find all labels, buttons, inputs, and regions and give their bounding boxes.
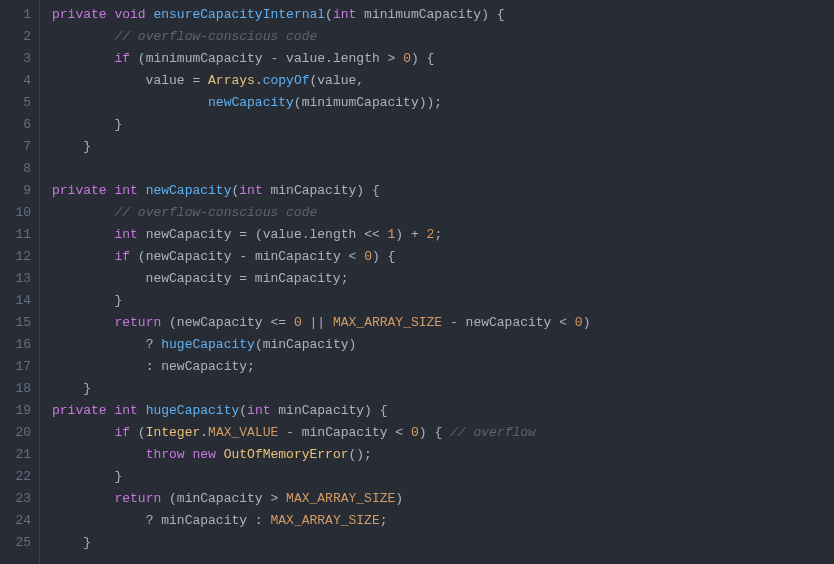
token-plain: minCapacity (177, 491, 271, 506)
code-editor[interactable]: 1234567891011121314151617181920212223242… (0, 0, 834, 564)
token-punc: } (83, 535, 91, 550)
code-line[interactable]: } (52, 290, 834, 312)
token-punc: ; (364, 447, 372, 462)
token-plain: newCapacity (458, 315, 559, 330)
line-number: 19 (12, 400, 31, 422)
line-number: 14 (12, 290, 31, 312)
code-line[interactable]: if (Integer.MAX_VALUE - minCapacity < 0)… (52, 422, 834, 444)
token-op: : (255, 513, 263, 528)
code-line[interactable]: : newCapacity; (52, 356, 834, 378)
code-line[interactable]: int newCapacity = (value.length << 1) + … (52, 224, 834, 246)
token-plain (52, 447, 146, 462)
token-punc: } (83, 139, 91, 154)
code-line[interactable]: } (52, 114, 834, 136)
token-kw: void (114, 7, 145, 22)
token-punc: ( (294, 95, 302, 110)
token-fn: ensureCapacityInternal (153, 7, 325, 22)
code-line[interactable]: return (newCapacity <= 0 || MAX_ARRAY_SI… (52, 312, 834, 334)
token-plain: value (278, 51, 325, 66)
token-plain: value (263, 227, 302, 242)
token-plain: value (317, 73, 356, 88)
token-punc: } (114, 117, 122, 132)
token-plain (52, 29, 114, 44)
token-plain: minCapacity (270, 403, 364, 418)
token-punc: ) (411, 51, 419, 66)
token-kw: if (114, 425, 130, 440)
token-plain (130, 425, 138, 440)
token-plain: minCapacity (247, 249, 348, 264)
code-line[interactable]: } (52, 136, 834, 158)
code-line[interactable]: // overflow-conscious code (52, 26, 834, 48)
token-kw: if (114, 51, 130, 66)
token-plain (52, 249, 114, 264)
token-kw: int (114, 403, 137, 418)
token-fn: newCapacity (208, 95, 294, 110)
line-number: 1 (12, 4, 31, 26)
token-punc: { (497, 7, 505, 22)
token-plain (52, 535, 83, 550)
token-plain (138, 403, 146, 418)
token-const: MAX_ARRAY_SIZE (333, 315, 442, 330)
code-line[interactable]: if (minimumCapacity - value.length > 0) … (52, 48, 834, 70)
token-plain (325, 315, 333, 330)
code-line[interactable]: return (minCapacity > MAX_ARRAY_SIZE) (52, 488, 834, 510)
token-punc: } (114, 293, 122, 308)
code-line[interactable]: private int hugeCapacity(int minCapacity… (52, 400, 834, 422)
token-plain (52, 359, 146, 374)
token-punc: ( (325, 7, 333, 22)
code-line[interactable]: newCapacity = minCapacity; (52, 268, 834, 290)
code-line[interactable]: private void ensureCapacityInternal(int … (52, 4, 834, 26)
token-plain (419, 227, 427, 242)
token-plain (52, 139, 83, 154)
line-number: 5 (12, 92, 31, 114)
code-line[interactable]: throw new OutOfMemoryError(); (52, 444, 834, 466)
token-plain (216, 447, 224, 462)
line-number: 18 (12, 378, 31, 400)
code-line[interactable] (52, 158, 834, 180)
token-kw: return (114, 315, 161, 330)
token-plain (161, 315, 169, 330)
code-line[interactable]: private int newCapacity(int minCapacity)… (52, 180, 834, 202)
code-line[interactable]: } (52, 466, 834, 488)
code-line[interactable]: } (52, 532, 834, 554)
token-plain (380, 249, 388, 264)
token-cmt: // overflow (450, 425, 536, 440)
token-plain (442, 425, 450, 440)
code-line[interactable]: value = Arrays.copyOf(value, (52, 70, 834, 92)
token-kw: if (114, 249, 130, 264)
token-plain: minCapacity (247, 271, 341, 286)
token-punc: ; (341, 271, 349, 286)
code-line[interactable]: } (52, 378, 834, 400)
token-plain: minimumCapacity (146, 51, 271, 66)
token-fn: hugeCapacity (161, 337, 255, 352)
token-fn: copyOf (263, 73, 310, 88)
token-punc: ) (481, 7, 489, 22)
token-punc: ; (434, 95, 442, 110)
line-number: 23 (12, 488, 31, 510)
line-number: 8 (12, 158, 31, 180)
token-punc: { (427, 51, 435, 66)
line-number: 22 (12, 466, 31, 488)
token-op: <= (270, 315, 286, 330)
code-area[interactable]: private void ensureCapacityInternal(int … (40, 0, 834, 564)
code-line[interactable]: // overflow-conscious code (52, 202, 834, 224)
token-plain (372, 403, 380, 418)
code-line[interactable]: ? minCapacity : MAX_ARRAY_SIZE; (52, 510, 834, 532)
token-plain (52, 205, 114, 220)
token-plain (52, 425, 114, 440)
token-plain (278, 425, 286, 440)
token-punc: ) (356, 183, 364, 198)
token-plain (567, 315, 575, 330)
token-op: - (286, 425, 294, 440)
token-punc: ( (169, 315, 177, 330)
code-line[interactable]: ? hugeCapacity(minCapacity) (52, 334, 834, 356)
token-op: = (239, 227, 247, 242)
token-punc: ) (395, 491, 403, 506)
code-line[interactable]: newCapacity(minimumCapacity)); (52, 92, 834, 114)
token-op: - (239, 249, 247, 264)
code-line[interactable]: if (newCapacity - minCapacity < 0) { (52, 246, 834, 268)
token-op: << (364, 227, 380, 242)
line-number: 16 (12, 334, 31, 356)
line-number: 25 (12, 532, 31, 554)
token-punc: )) (419, 95, 435, 110)
